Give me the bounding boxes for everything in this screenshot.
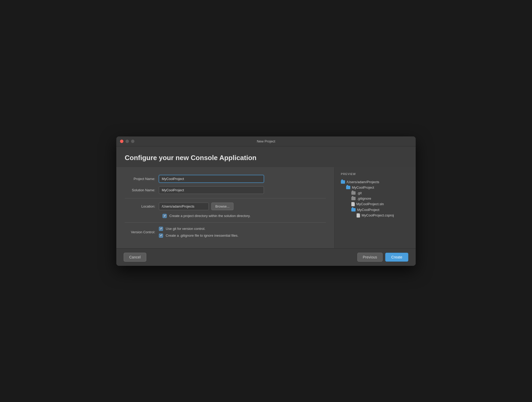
main-body: Project Name: Solution Name: Location: B… xyxy=(116,167,416,248)
folder-icon-gitignore xyxy=(351,197,356,200)
window-content: Configure your new Console Application P… xyxy=(116,146,416,266)
tree-item-label-git: .git xyxy=(357,191,362,195)
folder-icon-mycoolproject xyxy=(346,186,350,189)
project-name-input[interactable] xyxy=(159,175,264,183)
tree-item-project-folder: MyCoolProject xyxy=(341,207,409,213)
window-title: New Project xyxy=(257,139,275,143)
cancel-button[interactable]: Cancel xyxy=(124,253,146,262)
preview-label: PREVIEW xyxy=(341,172,409,176)
version-control-row: Version Control: Use git for version con… xyxy=(125,227,326,238)
divider-1 xyxy=(125,198,326,198)
project-name-label: Project Name: xyxy=(125,177,159,181)
create-directory-checkbox[interactable] xyxy=(163,214,167,218)
use-git-checkbox[interactable] xyxy=(159,227,163,231)
previous-button[interactable]: Previous xyxy=(357,253,383,262)
maximize-button[interactable] xyxy=(131,140,134,143)
file-icon-csproj xyxy=(357,213,360,218)
solution-name-label: Solution Name: xyxy=(125,188,159,192)
location-input[interactable] xyxy=(159,203,209,210)
create-gitignore-row: Create a .gitignore file to ignore iness… xyxy=(159,234,238,238)
folder-icon-root xyxy=(341,180,345,184)
form-area: Project Name: Solution Name: Location: B… xyxy=(116,167,334,248)
solution-name-input[interactable] xyxy=(159,186,264,194)
folder-icon-git xyxy=(351,191,356,195)
location-input-group: Browse... xyxy=(159,203,233,210)
tree-item-sln: MyCoolProject.sln xyxy=(341,201,409,207)
location-row: Location: Browse... xyxy=(125,203,326,210)
close-button[interactable] xyxy=(120,140,123,143)
tree-item-label-gitignore: .gitignore xyxy=(357,197,371,200)
folder-icon-project xyxy=(351,208,356,211)
footer: Cancel Previous Create xyxy=(116,248,416,266)
tree-item-label-project-folder: MyCoolProject xyxy=(357,208,379,212)
tree-item-git: .git xyxy=(341,190,409,196)
use-git-row: Use git for version control. xyxy=(159,227,238,231)
minimize-button[interactable] xyxy=(126,140,129,143)
tree-item-label-sln: MyCoolProject.sln xyxy=(356,202,384,206)
page-title: Configure your new Console Application xyxy=(125,154,407,162)
footer-right: Previous Create xyxy=(357,253,409,262)
browse-button[interactable]: Browse... xyxy=(211,203,233,210)
create-gitignore-label: Create a .gitignore file to ignore iness… xyxy=(166,234,238,237)
tree-item-label-csproj: MyCoolProject.csproj xyxy=(362,213,394,217)
create-gitignore-checkbox[interactable] xyxy=(159,234,163,238)
tree-item-gitignore: .gitignore xyxy=(341,196,409,201)
titlebar: New Project xyxy=(116,136,416,146)
tree-item-label-mycoolproject: MyCoolProject xyxy=(352,186,374,189)
tree-item-root: /Users/adam/Projects xyxy=(341,179,409,185)
solution-name-row: Solution Name: xyxy=(125,186,326,194)
tree-item-mycoolproject: MyCoolProject xyxy=(341,185,409,190)
project-name-row: Project Name: xyxy=(125,175,326,183)
file-icon-sln xyxy=(351,202,355,206)
create-button[interactable]: Create xyxy=(385,253,408,262)
divider-2 xyxy=(125,222,326,223)
dialog-window: New Project Configure your new Console A… xyxy=(116,136,416,266)
tree-item-label-root: /Users/adam/Projects xyxy=(347,180,379,184)
version-control-checkboxes: Use git for version control. Create a .g… xyxy=(159,227,238,238)
create-directory-row: Create a project directory within the so… xyxy=(125,214,326,218)
version-control-label: Version Control: xyxy=(125,230,159,234)
traffic-lights xyxy=(120,140,134,143)
tree-item-csproj: MyCoolProject.csproj xyxy=(341,213,409,218)
preview-area: PREVIEW /Users/adam/Projects MyCoolProje… xyxy=(334,167,416,248)
location-label: Location: xyxy=(125,204,159,208)
header-area: Configure your new Console Application xyxy=(116,146,416,167)
create-directory-label: Create a project directory within the so… xyxy=(169,214,251,218)
use-git-label: Use git for version control. xyxy=(166,227,205,231)
